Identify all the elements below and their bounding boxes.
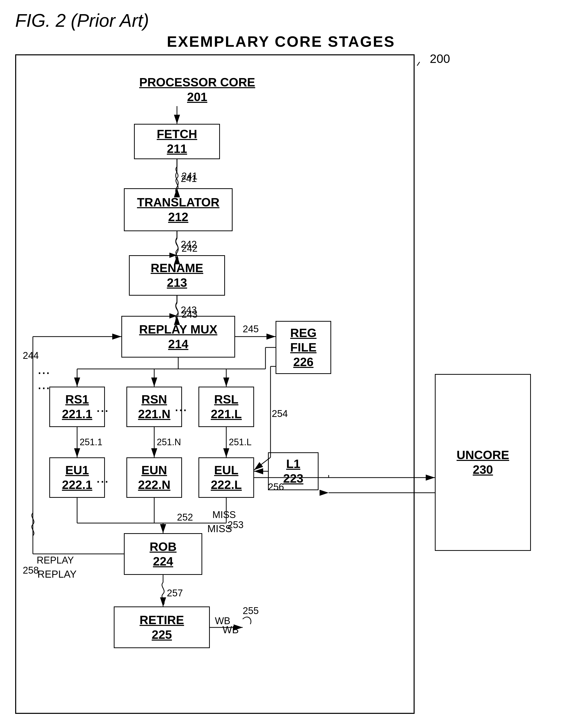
eul-num: 222.L xyxy=(211,478,242,492)
retire-num: 225 xyxy=(152,627,172,642)
eun-num: 222.N xyxy=(138,478,170,492)
eu1-num: 222.1 xyxy=(62,478,92,492)
fetch-label: FETCH xyxy=(157,127,197,142)
uncore-num: 230 xyxy=(473,462,493,477)
replay-mux-num: 214 xyxy=(168,337,188,351)
eun-label: EUN xyxy=(141,463,167,478)
retire-label: RETIRE xyxy=(139,613,184,627)
rsn-num: 221.N xyxy=(138,407,170,421)
l1-num: 223 xyxy=(283,471,304,486)
eu1-label: EU1 xyxy=(65,463,89,478)
rob-num: 224 xyxy=(153,554,173,569)
rs1-num: 221.1 xyxy=(62,407,92,421)
l1-label: L1 xyxy=(286,457,300,471)
page-title: FIG. 2 (Prior Art) xyxy=(15,10,149,31)
uncore-box: UNCORE 230 xyxy=(435,374,531,551)
rsl-box: RSL 221.L xyxy=(198,387,254,427)
diagram-title: EXEMPLARY CORE STAGES xyxy=(0,33,562,50)
processor-core-box: PROCESSOR CORE 201 xyxy=(139,73,255,106)
eun-box: EUN 222.N xyxy=(126,457,182,498)
rsl-label: RSL xyxy=(214,392,238,407)
uncore-label: UNCORE xyxy=(457,448,509,462)
ref-200: 200 xyxy=(430,52,450,66)
fetch-num: 211 xyxy=(167,142,187,156)
eul-label: EUL xyxy=(214,463,238,478)
replay-mux-box: REPLAY MUX 214 xyxy=(121,316,235,358)
reg-file-label2: FILE xyxy=(290,340,317,355)
reg-file-box: REG FILE 226 xyxy=(275,321,331,374)
processor-core-num: 201 xyxy=(187,90,207,104)
rsn-label: RSN xyxy=(141,392,167,407)
l1-box: L1 223 xyxy=(268,452,319,490)
processor-core-label: PROCESSOR CORE xyxy=(139,75,255,90)
label-wb: WB xyxy=(222,624,239,636)
rename-num: 213 xyxy=(167,275,187,290)
rename-label: RENAME xyxy=(151,261,203,275)
rob-box: ROB 224 xyxy=(124,533,202,575)
rs1-label: RS1 xyxy=(65,392,89,407)
retire-box: RETIRE 225 xyxy=(114,606,210,648)
eu1-box: EU1 222.1 xyxy=(49,457,105,498)
translator-box: TRANSLATOR 212 xyxy=(124,188,232,231)
replay-mux-label: REPLAY MUX xyxy=(139,322,217,337)
rob-label: ROB xyxy=(150,539,177,554)
rs1-box: RS1 221.1 xyxy=(49,387,105,427)
translator-num: 212 xyxy=(168,210,188,224)
rename-box: RENAME 213 xyxy=(129,255,225,296)
reg-file-label1: REG xyxy=(290,326,317,340)
rsl-num: 221.L xyxy=(211,407,242,421)
eul-box: EUL 222.L xyxy=(198,457,254,498)
translator-label: TRANSLATOR xyxy=(137,195,219,210)
label-replay: REPLAY xyxy=(37,569,77,580)
reg-file-num: 226 xyxy=(293,355,314,369)
rsn-box: RSN 221.N xyxy=(126,387,182,427)
label-miss: MISS xyxy=(207,523,232,534)
svg-line-14 xyxy=(417,62,420,66)
fetch-box: FETCH 211 xyxy=(134,124,220,159)
